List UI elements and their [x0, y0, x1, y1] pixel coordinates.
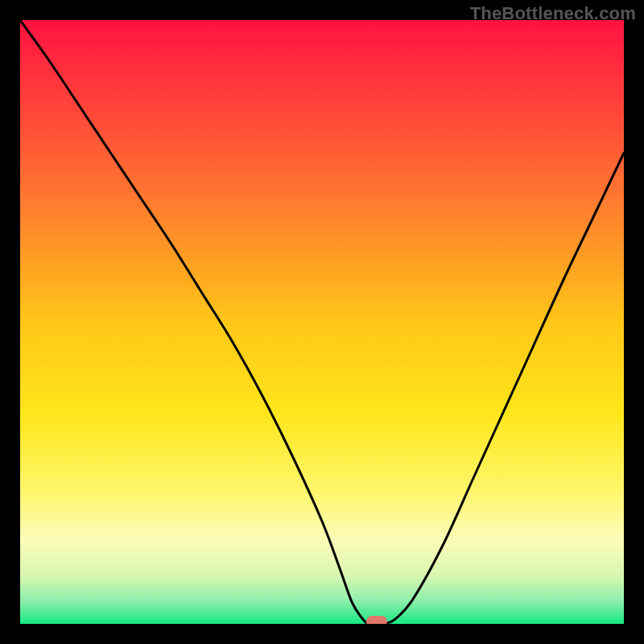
bottleneck-curve: [20, 20, 624, 624]
optimal-marker: [366, 616, 387, 624]
plot-area: [20, 20, 624, 624]
chart-frame: TheBottleneck.com: [0, 0, 644, 644]
watermark-text: TheBottleneck.com: [470, 3, 636, 24]
